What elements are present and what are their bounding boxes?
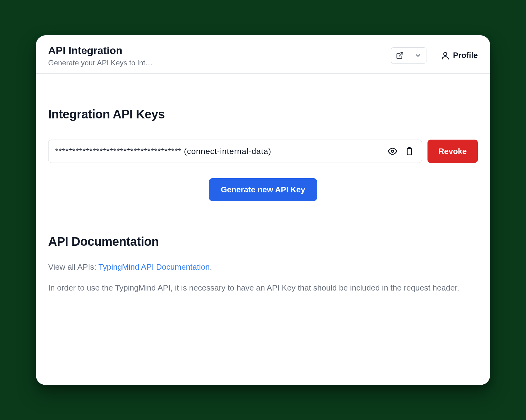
header-right: Profile: [391, 47, 478, 64]
page-header: API Integration Generate your API Keys t…: [36, 35, 490, 74]
page-subtitle: Generate your API Keys to int…: [48, 59, 153, 67]
api-key-value: ************************************* (c…: [55, 147, 381, 156]
svg-point-1: [444, 52, 447, 56]
header-dropdown-button[interactable]: [409, 48, 427, 64]
docs-intro-suffix: .: [210, 262, 212, 272]
api-key-box: ************************************* (c…: [48, 140, 422, 163]
revoke-button[interactable]: Revoke: [427, 140, 478, 163]
external-link-icon: [396, 52, 404, 60]
eye-icon: [388, 147, 397, 156]
profile-menu[interactable]: Profile: [441, 51, 478, 60]
docs-intro-line: View all APIs: TypingMind API Documentat…: [48, 261, 478, 273]
page-title: API Integration: [48, 44, 153, 57]
svg-rect-3: [407, 148, 412, 155]
app-window: API Integration Generate your API Keys t…: [36, 35, 490, 385]
clipboard-icon: [405, 147, 414, 156]
chevron-down-icon: [414, 52, 422, 59]
header-left: API Integration Generate your API Keys t…: [48, 44, 153, 67]
open-external-button[interactable]: [391, 48, 409, 64]
copy-key-button[interactable]: [404, 146, 415, 157]
generate-row: Generate new API Key: [48, 178, 478, 201]
header-divider: [434, 48, 434, 63]
api-docs-heading: API Documentation: [48, 235, 478, 249]
header-button-group: [391, 47, 427, 64]
user-icon: [441, 51, 450, 60]
svg-line-0: [399, 52, 403, 56]
api-keys-heading: Integration API Keys: [48, 107, 478, 121]
svg-point-2: [391, 150, 394, 152]
docs-body: In order to use the TypingMind API, it i…: [48, 282, 478, 294]
docs-intro-prefix: View all APIs:: [48, 262, 99, 272]
docs-link[interactable]: TypingMind API Documentation: [99, 262, 210, 272]
main-content: Integration API Keys *******************…: [36, 74, 490, 385]
generate-key-button[interactable]: Generate new API Key: [209, 178, 317, 201]
api-key-row: ************************************* (c…: [48, 140, 478, 163]
reveal-key-button[interactable]: [387, 145, 398, 157]
profile-label: Profile: [453, 51, 478, 60]
